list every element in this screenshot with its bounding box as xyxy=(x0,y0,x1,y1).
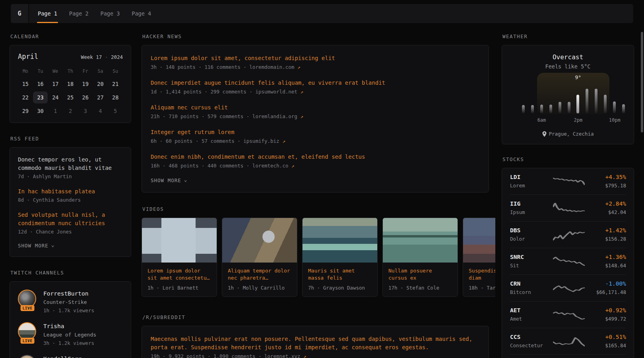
video-meta: 7h · Grayson Dawson xyxy=(308,285,372,291)
hackernews-show-more-button[interactable]: SHOW MORE ⌄ xyxy=(151,177,480,183)
weather-time-label: 10pm xyxy=(609,117,621,123)
twitch-section-title: TWITCH CHANNELS xyxy=(10,270,131,276)
video-thumbnail[interactable] xyxy=(383,218,458,263)
stock-change: -1.00% xyxy=(585,280,626,288)
stock-sparkline xyxy=(553,335,585,347)
top-navigation-bar: G Page 1 Page 2 Page 3 Page 4 xyxy=(11,4,633,23)
video-card[interactable]: Nullam posuere cursus ex 17h · Stefan Co… xyxy=(382,218,458,297)
calendar-month: April xyxy=(18,53,38,60)
stock-symbol: CCS xyxy=(510,333,553,341)
video-title[interactable]: Nullam posuere cursus ex xyxy=(388,267,452,282)
calendar-day: 24 xyxy=(48,91,63,103)
weather-location-text: Prague, Czechia xyxy=(549,131,594,137)
weather-bar xyxy=(559,102,561,113)
twitch-channel-row[interactable]: LIVE Trisha League of Legends 3h · 1.2k … xyxy=(18,322,123,347)
page-scrollbar-thumb[interactable] xyxy=(641,32,643,132)
hackernews-item-meta: 6h · 60 points · 57 comments · ipsumify.… xyxy=(151,138,480,144)
subreddit-post-title[interactable]: Maecenas mollis pulvinar erat non posuer… xyxy=(151,335,480,352)
weather-bars xyxy=(511,80,625,113)
stock-value: $148.64 xyxy=(585,262,626,269)
video-title[interactable]: Suspendisse diam xyxy=(469,267,495,282)
hackernews-item-title[interactable]: Donec enim nibh, condimentum et accumsan… xyxy=(151,153,480,161)
stock-sparkline xyxy=(553,175,585,187)
weather-section-title: WEATHER xyxy=(502,33,634,39)
stock-symbol: CRN xyxy=(510,280,553,288)
hackernews-item-title[interactable]: Aliquam nec cursus elit xyxy=(151,103,480,112)
tab-page-4[interactable]: Page 4 xyxy=(132,4,151,23)
calendar-day: 21 xyxy=(108,78,123,90)
twitch-channel-row[interactable]: LIVE ForrestBurton Counter-Strike 1h · 1… xyxy=(18,290,123,314)
hackernews-item: Donec enim nibh, condimentum et accumsan… xyxy=(151,153,480,169)
calendar-day: 29 xyxy=(18,105,33,117)
hackernews-section-title: HACKER NEWS xyxy=(142,33,495,39)
tab-page-2[interactable]: Page 2 xyxy=(69,4,89,23)
calendar-day-next-month: 4 xyxy=(93,105,108,117)
hackernews-item-title[interactable]: Donec imperdiet augue tincidunt felis al… xyxy=(151,79,480,87)
weather-bar xyxy=(604,95,607,113)
tab-page-1[interactable]: Page 1 xyxy=(38,4,57,23)
rss-show-more-button[interactable]: SHOW MORE ⌄ xyxy=(18,243,123,249)
hackernews-item-meta: 21h · 710 points · 579 comments · loreml… xyxy=(151,113,480,119)
stock-row: AETAmet +0.92%$499.72 xyxy=(510,301,626,328)
video-title[interactable]: Lorem ipsum dolor sit amet consectetu… xyxy=(147,267,211,282)
rss-item: Donec tempor eros leo, ut commodo mauris… xyxy=(18,156,123,179)
external-link-icon: ↗ xyxy=(300,89,303,95)
stock-name: Dolor xyxy=(510,235,553,243)
video-thumbnail[interactable] xyxy=(142,218,217,263)
video-title[interactable]: Aliquam tempor dolor nec pharetra… xyxy=(228,267,291,282)
meta-text: 16h · 468 points · 440 comments · loremt… xyxy=(151,163,288,169)
video-thumbnail[interactable] xyxy=(303,218,377,263)
hackernews-item-title[interactable]: Lorem ipsum dolor sit amet, consectetur … xyxy=(151,54,480,62)
external-link-icon: ↗ xyxy=(291,163,295,169)
calendar-grid: Mo Tu We Th Fr Sa Su 15 16 17 18 19 20 2… xyxy=(18,66,123,117)
video-card[interactable]: Suspendisse diam 18h · Tara xyxy=(463,218,495,297)
external-link-icon: ↗ xyxy=(303,353,306,358)
stock-row: CCSConsectetur +0.51%$165.84 xyxy=(510,328,626,354)
weather-bar xyxy=(549,105,552,113)
meta-text: 21h · 710 points · 579 comments · loreml… xyxy=(151,113,297,119)
right-sidebar: WEATHER Overcast Feels like 5°C 9° 6am 2… xyxy=(502,30,634,358)
calendar-week-label: Week 17 xyxy=(81,54,102,60)
subreddit-post-meta: 19h · 9,932 points · 1,090 comments · lo… xyxy=(151,353,480,358)
video-thumbnail[interactable] xyxy=(222,218,297,263)
subreddit-widget: Maecenas mollis pulvinar erat non posuer… xyxy=(142,326,489,358)
video-thumbnail[interactable] xyxy=(463,218,495,263)
calendar-day: 17 xyxy=(48,78,63,90)
stock-value: $42.04 xyxy=(585,209,626,216)
twitch-channel-row[interactable]: KendallCarr xyxy=(18,355,123,358)
video-title[interactable]: Mauris sit amet massa felis xyxy=(308,267,372,282)
stock-row: DBSDolor +1.42%$156.28 xyxy=(510,221,626,248)
weather-bar xyxy=(540,105,543,113)
hackernews-item: Aliquam nec cursus elit 21h · 710 points… xyxy=(151,103,480,119)
avatar xyxy=(18,355,36,358)
stock-sparkline xyxy=(553,282,585,294)
live-badge: LIVE xyxy=(21,338,35,344)
rss-item: In hac habitasse platea 8d · Cynthia Sau… xyxy=(18,187,123,203)
hackernews-show-more-label: SHOW MORE xyxy=(151,177,181,183)
stock-change: +4.35% xyxy=(585,173,626,181)
calendar-dow: Fr xyxy=(78,66,93,76)
hackernews-item-title[interactable]: Integer eget rutrum lorem xyxy=(151,128,480,136)
stock-symbol: LDI xyxy=(510,173,553,181)
app-logo[interactable]: G xyxy=(11,4,29,23)
rss-section-title: RSS FEED xyxy=(10,136,131,142)
stock-name: Amet xyxy=(510,315,553,323)
rss-item-title[interactable]: In hac habitasse platea xyxy=(18,187,123,196)
stock-row: LDILorem +4.35%$795.18 xyxy=(510,168,626,195)
video-card[interactable]: Lorem ipsum dolor sit amet consectetu… 1… xyxy=(142,218,217,297)
dashboard-page: G Page 1 Page 2 Page 3 Page 4 CALENDAR A… xyxy=(0,0,644,358)
stock-sparkline xyxy=(553,255,585,267)
calendar-day-next-month: 3 xyxy=(78,105,93,117)
page-tabs: Page 1 Page 2 Page 3 Page 4 xyxy=(29,4,151,23)
video-card[interactable]: Mauris sit amet massa felis 7h · Grayson… xyxy=(302,218,378,297)
calendar-dow: We xyxy=(48,66,63,76)
tab-page-3[interactable]: Page 3 xyxy=(101,4,120,23)
rss-item-title[interactable]: Donec tempor eros leo, ut commodo mauris… xyxy=(18,156,123,172)
weather-bar xyxy=(531,105,534,113)
left-sidebar: CALENDAR April Week 17 · 2024 Mo Tu We T… xyxy=(10,30,131,358)
video-card[interactable]: Aliquam tempor dolor nec pharetra… 1h · … xyxy=(222,218,297,297)
twitch-channel-name: KendallCarr xyxy=(43,355,81,358)
rss-item-title[interactable]: Sed volutpat nulla nisl, a condimentum n… xyxy=(18,211,123,228)
calendar-dow: Sa xyxy=(93,66,108,76)
twitch-channel-game: Counter-Strike xyxy=(43,298,94,306)
